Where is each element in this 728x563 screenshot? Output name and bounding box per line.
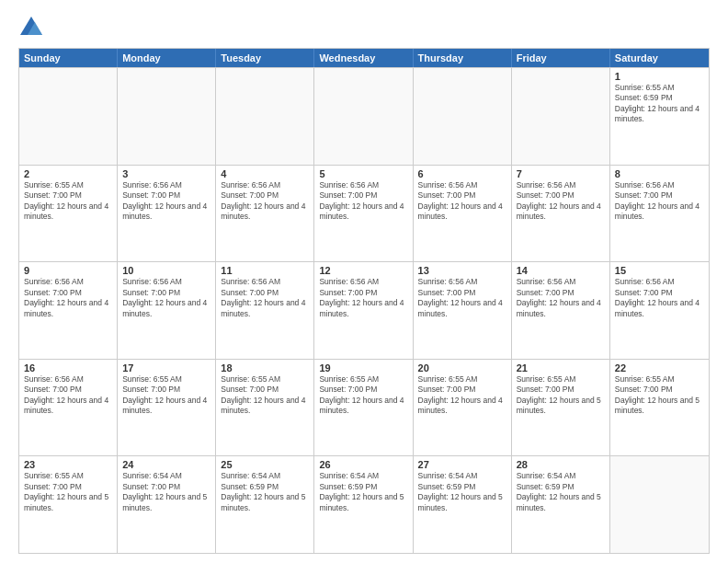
day-info: Sunrise: 6:56 AM Sunset: 7:00 PM Dayligh… (319, 277, 407, 319)
calendar-row: 16Sunrise: 6:56 AM Sunset: 7:00 PM Dayli… (19, 359, 709, 456)
calendar-cell (610, 456, 709, 553)
day-info: Sunrise: 6:56 AM Sunset: 7:00 PM Dayligh… (24, 277, 112, 319)
day-number: 2 (24, 168, 112, 179)
weekday-header: Thursday (414, 49, 512, 67)
day-info: Sunrise: 6:54 AM Sunset: 6:59 PM Dayligh… (319, 471, 407, 513)
calendar-cell: 2Sunrise: 6:55 AM Sunset: 7:00 PM Daylig… (19, 166, 118, 262)
day-number: 5 (319, 168, 407, 179)
calendar-cell: 13Sunrise: 6:56 AM Sunset: 7:00 PM Dayli… (414, 262, 512, 359)
calendar-cell: 6Sunrise: 6:56 AM Sunset: 7:00 PM Daylig… (414, 166, 512, 262)
logo-icon (18, 15, 44, 40)
day-number: 15 (615, 265, 704, 276)
calendar-cell: 9Sunrise: 6:56 AM Sunset: 7:00 PM Daylig… (19, 262, 118, 359)
calendar-cell: 24Sunrise: 6:54 AM Sunset: 7:00 PM Dayli… (118, 456, 216, 553)
day-number: 10 (122, 265, 210, 276)
calendar-cell (118, 68, 216, 165)
day-info: Sunrise: 6:54 AM Sunset: 6:59 PM Dayligh… (517, 471, 605, 513)
calendar-cell: 5Sunrise: 6:56 AM Sunset: 7:00 PM Daylig… (314, 166, 413, 262)
weekday-header: Friday (512, 49, 610, 67)
day-number: 12 (319, 265, 407, 276)
day-info: Sunrise: 6:56 AM Sunset: 7:00 PM Dayligh… (615, 277, 704, 319)
calendar-cell: 8Sunrise: 6:56 AM Sunset: 7:00 PM Daylig… (610, 166, 709, 262)
day-number: 11 (221, 265, 309, 276)
calendar-row: 2Sunrise: 6:55 AM Sunset: 7:00 PM Daylig… (19, 165, 709, 262)
day-info: Sunrise: 6:56 AM Sunset: 7:00 PM Dayligh… (418, 180, 506, 223)
day-number: 27 (418, 459, 506, 470)
day-info: Sunrise: 6:56 AM Sunset: 7:00 PM Dayligh… (517, 277, 605, 319)
day-number: 16 (24, 362, 112, 373)
calendar-cell: 20Sunrise: 6:55 AM Sunset: 7:00 PM Dayli… (414, 360, 512, 456)
calendar-cell (216, 68, 314, 165)
day-number: 9 (24, 265, 112, 276)
day-number: 22 (615, 362, 704, 373)
day-info: Sunrise: 6:54 AM Sunset: 7:00 PM Dayligh… (122, 471, 210, 513)
day-info: Sunrise: 6:54 AM Sunset: 6:59 PM Dayligh… (418, 471, 506, 513)
calendar: SundayMondayTuesdayWednesdayThursdayFrid… (18, 48, 710, 554)
day-info: Sunrise: 6:56 AM Sunset: 7:00 PM Dayligh… (24, 374, 112, 417)
day-number: 3 (122, 168, 210, 179)
calendar-cell: 18Sunrise: 6:55 AM Sunset: 7:00 PM Dayli… (216, 360, 314, 456)
day-number: 17 (122, 362, 210, 373)
day-info: Sunrise: 6:56 AM Sunset: 7:00 PM Dayligh… (319, 180, 407, 223)
day-number: 7 (517, 168, 605, 179)
calendar-cell: 11Sunrise: 6:56 AM Sunset: 7:00 PM Dayli… (216, 262, 314, 359)
calendar-cell: 12Sunrise: 6:56 AM Sunset: 7:00 PM Dayli… (314, 262, 413, 359)
day-info: Sunrise: 6:56 AM Sunset: 7:00 PM Dayligh… (517, 180, 605, 223)
day-number: 14 (517, 265, 605, 276)
day-info: Sunrise: 6:56 AM Sunset: 7:00 PM Dayligh… (615, 180, 704, 223)
calendar-cell: 25Sunrise: 6:54 AM Sunset: 6:59 PM Dayli… (216, 456, 314, 553)
calendar-cell (314, 68, 413, 165)
calendar-cell: 16Sunrise: 6:56 AM Sunset: 7:00 PM Dayli… (19, 360, 118, 456)
day-info: Sunrise: 6:55 AM Sunset: 6:59 PM Dayligh… (615, 83, 704, 125)
day-number: 13 (418, 265, 506, 276)
calendar-cell: 26Sunrise: 6:54 AM Sunset: 6:59 PM Dayli… (314, 456, 413, 553)
day-number: 28 (517, 459, 605, 470)
calendar-cell: 7Sunrise: 6:56 AM Sunset: 7:00 PM Daylig… (512, 166, 610, 262)
day-info: Sunrise: 6:55 AM Sunset: 7:00 PM Dayligh… (24, 471, 112, 513)
calendar-body: 1Sunrise: 6:55 AM Sunset: 6:59 PM Daylig… (19, 67, 709, 553)
page: SundayMondayTuesdayWednesdayThursdayFrid… (0, 0, 728, 563)
calendar-header: SundayMondayTuesdayWednesdayThursdayFrid… (19, 49, 709, 67)
calendar-cell: 23Sunrise: 6:55 AM Sunset: 7:00 PM Dayli… (19, 456, 118, 553)
day-info: Sunrise: 6:56 AM Sunset: 7:00 PM Dayligh… (418, 277, 506, 319)
calendar-cell: 19Sunrise: 6:55 AM Sunset: 7:00 PM Dayli… (314, 360, 413, 456)
day-info: Sunrise: 6:55 AM Sunset: 7:00 PM Dayligh… (517, 374, 605, 417)
calendar-row: 1Sunrise: 6:55 AM Sunset: 6:59 PM Daylig… (19, 67, 709, 165)
day-info: Sunrise: 6:55 AM Sunset: 7:00 PM Dayligh… (122, 374, 210, 417)
day-info: Sunrise: 6:56 AM Sunset: 7:00 PM Dayligh… (122, 277, 210, 319)
weekday-header: Wednesday (314, 49, 413, 67)
calendar-cell (414, 68, 512, 165)
calendar-cell: 17Sunrise: 6:55 AM Sunset: 7:00 PM Dayli… (118, 360, 216, 456)
weekday-header: Monday (118, 49, 216, 67)
calendar-cell: 1Sunrise: 6:55 AM Sunset: 6:59 PM Daylig… (610, 68, 709, 165)
calendar-cell (512, 68, 610, 165)
day-info: Sunrise: 6:56 AM Sunset: 7:00 PM Dayligh… (122, 180, 210, 223)
day-number: 8 (615, 168, 704, 179)
day-number: 23 (24, 459, 112, 470)
day-number: 25 (221, 459, 309, 470)
weekday-header: Tuesday (216, 49, 314, 67)
day-info: Sunrise: 6:56 AM Sunset: 7:00 PM Dayligh… (221, 180, 309, 223)
calendar-row: 23Sunrise: 6:55 AM Sunset: 7:00 PM Dayli… (19, 455, 709, 553)
weekday-header: Saturday (610, 49, 709, 67)
calendar-cell: 10Sunrise: 6:56 AM Sunset: 7:00 PM Dayli… (118, 262, 216, 359)
calendar-cell: 27Sunrise: 6:54 AM Sunset: 6:59 PM Dayli… (414, 456, 512, 553)
logo (18, 15, 46, 40)
weekday-header: Sunday (19, 49, 118, 67)
calendar-row: 9Sunrise: 6:56 AM Sunset: 7:00 PM Daylig… (19, 261, 709, 359)
calendar-cell: 28Sunrise: 6:54 AM Sunset: 6:59 PM Dayli… (512, 456, 610, 553)
calendar-cell: 22Sunrise: 6:55 AM Sunset: 7:00 PM Dayli… (610, 360, 709, 456)
day-info: Sunrise: 6:55 AM Sunset: 7:00 PM Dayligh… (319, 374, 407, 417)
day-info: Sunrise: 6:55 AM Sunset: 7:00 PM Dayligh… (418, 374, 506, 417)
calendar-cell: 4Sunrise: 6:56 AM Sunset: 7:00 PM Daylig… (216, 166, 314, 262)
day-number: 21 (517, 362, 605, 373)
day-number: 4 (221, 168, 309, 179)
day-number: 26 (319, 459, 407, 470)
calendar-cell (19, 68, 118, 165)
calendar-cell: 21Sunrise: 6:55 AM Sunset: 7:00 PM Dayli… (512, 360, 610, 456)
day-info: Sunrise: 6:54 AM Sunset: 6:59 PM Dayligh… (221, 471, 309, 513)
calendar-cell: 15Sunrise: 6:56 AM Sunset: 7:00 PM Dayli… (610, 262, 709, 359)
day-info: Sunrise: 6:55 AM Sunset: 7:00 PM Dayligh… (615, 374, 704, 417)
calendar-cell: 14Sunrise: 6:56 AM Sunset: 7:00 PM Dayli… (512, 262, 610, 359)
day-number: 18 (221, 362, 309, 373)
